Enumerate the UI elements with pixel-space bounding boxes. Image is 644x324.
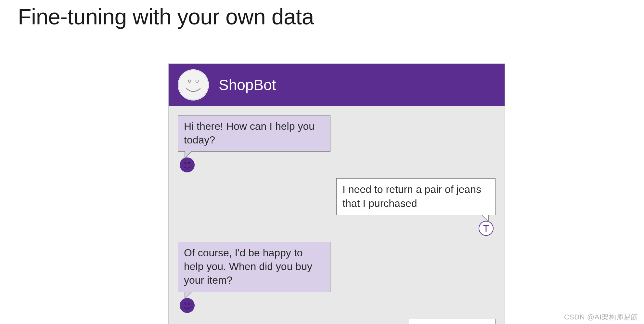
watermark-text: CSDN @AI架构师易筋 <box>564 312 638 322</box>
message-row: Two weeks ago. T <box>178 319 496 324</box>
smiley-face-icon <box>180 298 195 313</box>
bot-message-bubble: Hi there! How can I help you today? <box>178 115 330 152</box>
message-row: Of course, I'd be happy to help you. Whe… <box>178 242 496 313</box>
message-row: Hi there! How can I help you today? <box>178 115 496 172</box>
chat-title: ShopBot <box>219 76 276 94</box>
smiley-face-icon <box>180 157 195 172</box>
message-row: I need to return a pair of jeans that I … <box>178 178 496 236</box>
user-avatar-small: T <box>479 221 494 236</box>
bot-avatar-small <box>180 298 195 313</box>
slide-title: Fine-tuning with your own data <box>18 4 314 29</box>
svg-point-0 <box>178 70 208 100</box>
chat-header: ShopBot <box>169 64 505 106</box>
user-message-bubble: I need to return a pair of jeans that I … <box>336 178 496 215</box>
chat-body: Hi there! How can I help you today? I ne… <box>169 106 505 324</box>
bot-message-bubble: Of course, I'd be happy to help you. Whe… <box>178 242 330 292</box>
smiley-face-icon <box>178 69 209 101</box>
svg-point-6 <box>180 298 194 313</box>
user-message-bubble: Two weeks ago. <box>409 319 496 324</box>
chat-window: ShopBot Hi there! How can I help you tod… <box>168 63 505 324</box>
bot-avatar-small <box>180 157 195 172</box>
bot-avatar-large <box>178 69 209 101</box>
svg-point-3 <box>180 158 194 172</box>
